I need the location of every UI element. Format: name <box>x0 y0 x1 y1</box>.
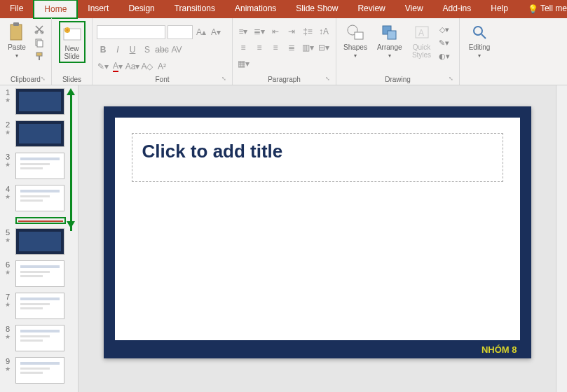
slide-thumbnail[interactable] <box>15 260 64 287</box>
animation-star-icon: ★ <box>5 193 11 200</box>
cut-icon[interactable] <box>34 24 45 35</box>
title-placeholder-text: Click to add title <box>142 141 493 162</box>
thumb-row-8[interactable]: 8★ <box>3 325 75 351</box>
tab-review[interactable]: Review <box>348 0 395 18</box>
editing-button[interactable]: Editing▾ <box>466 21 493 60</box>
thumb-row-4[interactable]: 4★ <box>3 185 75 211</box>
shape-effects-icon[interactable]: ◐▾ <box>439 50 450 62</box>
thumb-row-1[interactable]: 1★ <box>3 88 75 115</box>
tab-file[interactable]: File <box>0 0 33 18</box>
clear-format-icon[interactable]: A◇ <box>141 60 153 73</box>
increase-indent-button[interactable]: ⇥ <box>285 25 298 38</box>
slide-thumbnail[interactable] <box>15 153 64 179</box>
thumb-row-5[interactable]: 5★ <box>3 228 75 255</box>
tell-me[interactable]: 💡Tell me <box>518 0 567 18</box>
dialog-launcher-icon[interactable]: ⤡ <box>449 76 453 82</box>
arrange-button[interactable]: Arrange▾ <box>374 21 405 60</box>
increase-font-icon[interactable]: A▴ <box>195 26 207 38</box>
shape-fill-icon[interactable]: ◇▾ <box>439 24 450 35</box>
shadow-button[interactable]: S <box>141 43 153 56</box>
slide-thumbnail[interactable] <box>15 228 64 255</box>
slide-thumbnail[interactable] <box>15 88 64 115</box>
slide-thumbnails-panel[interactable]: 1★2★3★4★5★6★7★8★9★ <box>0 85 78 392</box>
svg-line-17 <box>481 34 486 38</box>
thumb-number: 5 <box>6 228 10 237</box>
justify-button[interactable]: ≣ <box>285 41 298 54</box>
thumb-row-2[interactable]: 2★ <box>3 120 75 147</box>
chevron-down-icon: ▾ <box>15 52 18 59</box>
new-slide-button[interactable]: New Slide <box>59 21 86 63</box>
bullets-button[interactable]: ≡▾ <box>237 25 250 38</box>
text-direction-button[interactable]: ↕A <box>317 25 330 38</box>
decrease-font-icon[interactable]: A▾ <box>210 26 222 38</box>
thumb-number: 7 <box>6 293 10 301</box>
thumb-row-9[interactable]: 9★ <box>3 357 75 384</box>
insertion-marker <box>15 217 66 224</box>
columns-button[interactable]: ▥▾ <box>301 41 314 54</box>
slide-thumbnail[interactable] <box>15 120 64 147</box>
decrease-indent-button[interactable]: ⇤ <box>269 25 282 38</box>
slide-thumbnail[interactable] <box>15 325 64 351</box>
tab-home[interactable]: Home <box>33 0 78 19</box>
align-left-button[interactable]: ≡ <box>237 41 250 54</box>
svg-rect-13 <box>388 31 396 39</box>
thumb-number: 6 <box>6 260 10 269</box>
shapes-icon <box>346 22 365 42</box>
slide-thumbnail[interactable] <box>15 293 64 319</box>
paste-button[interactable]: Paste ▾ <box>4 21 29 60</box>
italic-button[interactable]: I <box>111 43 124 56</box>
align-center-button[interactable]: ≡ <box>253 41 266 54</box>
title-placeholder[interactable]: Click to add title <box>132 133 503 182</box>
slide-thumbnail[interactable] <box>15 185 64 211</box>
group-slides-label: Slides <box>56 74 88 85</box>
group-editing: Editing▾ <box>460 18 499 85</box>
change-case-button[interactable]: Aa▾ <box>126 60 139 73</box>
tab-slideshow[interactable]: Slide Show <box>286 0 348 18</box>
font-color-button[interactable]: A▾ <box>111 60 124 73</box>
svg-rect-0 <box>11 24 22 40</box>
line-spacing-button[interactable]: ‡≡ <box>301 25 314 38</box>
underline-button[interactable]: U <box>126 43 139 56</box>
superscript-button[interactable]: A² <box>156 60 168 73</box>
thumb-row-3[interactable]: 3★ <box>3 153 75 179</box>
font-name-select[interactable] <box>97 25 165 39</box>
align-right-button[interactable]: ≡ <box>269 41 282 54</box>
font-size-select[interactable] <box>168 25 193 39</box>
current-slide[interactable]: Click to add title NHÓM 8 <box>104 106 531 358</box>
convert-smartart-button[interactable]: ▦▾ <box>237 57 250 70</box>
svg-rect-1 <box>13 22 19 26</box>
animation-star-icon: ★ <box>5 97 11 104</box>
slide-thumbnail[interactable] <box>15 357 64 384</box>
svg-rect-5 <box>37 41 43 47</box>
shape-outline-icon[interactable]: ✎▾ <box>439 37 450 48</box>
format-painter-icon[interactable] <box>34 50 45 62</box>
bold-button[interactable]: B <box>97 43 109 56</box>
tab-design[interactable]: Design <box>118 0 164 18</box>
char-spacing-button[interactable]: AV <box>170 43 183 56</box>
thumb-number: 4 <box>6 185 10 193</box>
tab-animations[interactable]: Animations <box>225 0 286 18</box>
tab-addins[interactable]: Add-ins <box>433 0 481 18</box>
thumb-row-6[interactable]: 6★ <box>3 260 75 287</box>
slide-canvas-area: Click to add title NHÓM 8 <box>78 85 556 392</box>
tab-transitions[interactable]: Transitions <box>165 0 225 18</box>
tab-insert[interactable]: Insert <box>78 0 118 18</box>
group-clipboard: Paste ▾ Clipboard⤡ <box>0 18 52 85</box>
highlight-button[interactable]: ✎▾ <box>97 60 109 73</box>
group-paragraph-label: Paragraph <box>268 76 301 83</box>
vertical-scrollbar[interactable] <box>556 85 567 392</box>
align-text-button[interactable]: ⊟▾ <box>317 41 330 54</box>
dialog-launcher-icon[interactable]: ⤡ <box>41 76 46 82</box>
shapes-button[interactable]: Shapes▾ <box>341 21 370 60</box>
copy-icon[interactable] <box>34 37 45 48</box>
tab-view[interactable]: View <box>395 0 433 18</box>
dialog-launcher-icon[interactable]: ⤡ <box>325 76 330 82</box>
numbering-button[interactable]: ≣▾ <box>253 25 266 38</box>
strike-button[interactable]: abc <box>156 43 168 56</box>
thumb-row-7[interactable]: 7★ <box>3 293 75 319</box>
ribbon: Paste ▾ Clipboard⤡ New Slide Slides A▴ <box>0 18 567 85</box>
dialog-launcher-icon[interactable]: ⤡ <box>221 76 226 82</box>
slide-footer: NHÓM 8 <box>481 344 517 355</box>
tab-help[interactable]: Help <box>481 0 518 18</box>
quick-styles-button[interactable]: A Quick Styles <box>409 21 435 60</box>
